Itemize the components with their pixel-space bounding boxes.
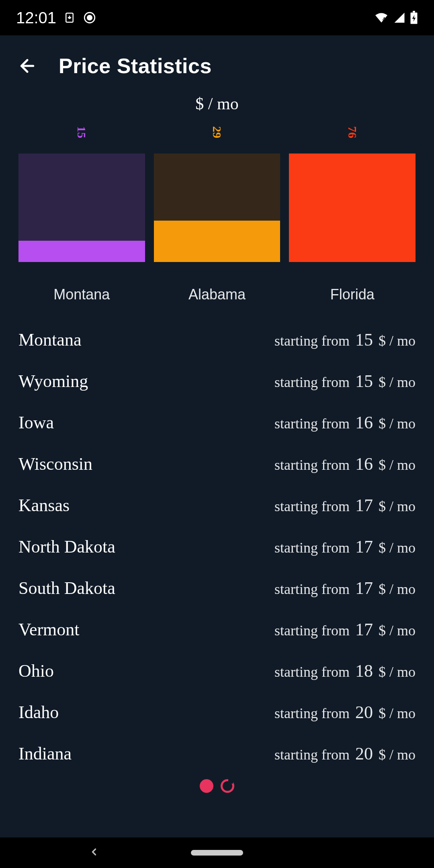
price-prefix: starting from [274, 374, 350, 391]
price-unit: $ / mo [379, 498, 416, 515]
price-prefix: starting from [274, 663, 350, 680]
chart-label: Florida [289, 286, 416, 303]
navigation-bar [0, 837, 434, 868]
state-name: Ohio [18, 661, 54, 681]
price-unit: $ / mo [379, 539, 416, 556]
price-unit: $ / mo [379, 663, 416, 680]
bar-montana: 15 [18, 125, 145, 262]
signal-icon [393, 12, 406, 24]
state-name: Iowa [18, 412, 54, 433]
pager-dot-1[interactable] [200, 779, 213, 793]
price-unit: $ / mo [379, 705, 416, 722]
state-name: Vermont [18, 619, 80, 640]
app-bar: Price Statistics [0, 43, 434, 94]
state-name: Wisconsin [18, 454, 92, 474]
price-text: starting from20$ / mo [274, 702, 416, 723]
list-item[interactable]: Kansasstarting from17$ / mo [18, 485, 416, 526]
svg-rect-5 [413, 11, 415, 12]
svg-point-2 [87, 15, 92, 20]
price-text: starting from15$ / mo [274, 330, 416, 350]
state-name: Montana [18, 330, 81, 350]
list-item[interactable]: Iowastarting from16$ / mo [18, 402, 416, 443]
list-item[interactable]: Vermontstarting from17$ / mo [18, 609, 416, 650]
price-unit: $ / mo [379, 415, 416, 432]
price-list[interactable]: Montanastarting from15$ / moWyomingstart… [0, 319, 434, 774]
price-unit: $ / mo [379, 457, 416, 473]
nav-home-pill[interactable] [191, 850, 243, 856]
price-value: 15 [355, 371, 373, 391]
price-value: 16 [355, 412, 373, 433]
bar-fill [154, 221, 280, 262]
list-item[interactable]: Indianastarting from20$ / mo [18, 733, 416, 774]
status-bar: 12:01 4 [0, 0, 434, 35]
list-item[interactable]: Wisconsinstarting from16$ / mo [18, 443, 416, 485]
download-icon [63, 12, 76, 24]
price-value: 16 [355, 454, 373, 474]
list-item[interactable]: Ohiostarting from18$ / mo [18, 650, 416, 692]
page-indicator[interactable] [0, 779, 434, 793]
list-item[interactable]: South Dakotastarting from17$ / mo [18, 567, 416, 609]
bar-value: 76 [346, 126, 359, 138]
price-unit: $ / mo [379, 746, 416, 763]
chart-label: Alabama [154, 286, 280, 303]
battery-charging-icon [410, 11, 418, 25]
price-value: 17 [355, 619, 373, 640]
chart-category-labels: Montana Alabama Florida [0, 286, 434, 303]
pager-dot-2[interactable] [221, 779, 234, 793]
price-text: starting from16$ / mo [274, 412, 416, 433]
list-item[interactable]: Idahostarting from20$ / mo [18, 692, 416, 733]
bar-value: 29 [210, 126, 224, 138]
price-prefix: starting from [274, 705, 350, 722]
status-left: 12:01 [16, 9, 96, 27]
price-value: 20 [355, 743, 373, 764]
nav-back-icon[interactable] [88, 844, 100, 861]
app-content: Price Statistics $ / mo 15 29 76 Montana… [0, 35, 434, 837]
bar-fill [289, 154, 416, 262]
price-unit: $ / mo [379, 581, 416, 598]
price-unit: $ / mo [379, 622, 416, 639]
chart-label: Montana [18, 286, 145, 303]
price-text: starting from17$ / mo [274, 536, 416, 557]
state-name: Idaho [18, 702, 59, 723]
price-prefix: starting from [274, 622, 350, 639]
price-value: 17 [355, 578, 373, 598]
price-unit: $ / mo [379, 374, 416, 391]
price-prefix: starting from [274, 415, 350, 432]
price-prefix: starting from [274, 332, 350, 349]
bar-fill [18, 241, 145, 262]
dnd-icon [83, 11, 96, 25]
state-name: North Dakota [18, 536, 115, 557]
page-title: Price Statistics [59, 54, 212, 78]
bar-chart: 15 29 76 [0, 125, 434, 262]
price-value: 20 [355, 702, 373, 723]
bar-value: 15 [75, 126, 88, 138]
state-name: South Dakota [18, 578, 115, 598]
price-text: starting from16$ / mo [274, 454, 416, 474]
chart-unit-label: $ / mo [0, 94, 434, 113]
price-text: starting from17$ / mo [274, 619, 416, 640]
bar-florida: 76 [289, 125, 416, 262]
price-value: 17 [355, 536, 373, 557]
state-name: Wyoming [18, 371, 88, 391]
price-text: starting from15$ / mo [274, 371, 416, 391]
back-button[interactable] [16, 55, 39, 77]
state-name: Kansas [18, 495, 70, 516]
price-prefix: starting from [274, 746, 350, 763]
state-name: Indiana [18, 743, 72, 764]
price-text: starting from18$ / mo [274, 661, 416, 681]
price-value: 18 [355, 661, 373, 681]
price-prefix: starting from [274, 498, 350, 515]
bar-alabama: 29 [154, 125, 280, 262]
price-text: starting from17$ / mo [274, 495, 416, 516]
price-text: starting from17$ / mo [274, 578, 416, 598]
price-text: starting from20$ / mo [274, 743, 416, 764]
list-item[interactable]: Montanastarting from15$ / mo [18, 319, 416, 360]
price-unit: $ / mo [379, 332, 416, 349]
price-prefix: starting from [274, 539, 350, 556]
status-right: 4 [374, 11, 418, 25]
price-value: 15 [355, 330, 373, 350]
list-item[interactable]: Wyomingstarting from15$ / mo [18, 360, 416, 402]
price-prefix: starting from [274, 457, 350, 473]
list-item[interactable]: North Dakotastarting from17$ / mo [18, 526, 416, 567]
wifi-icon: 4 [374, 12, 389, 24]
